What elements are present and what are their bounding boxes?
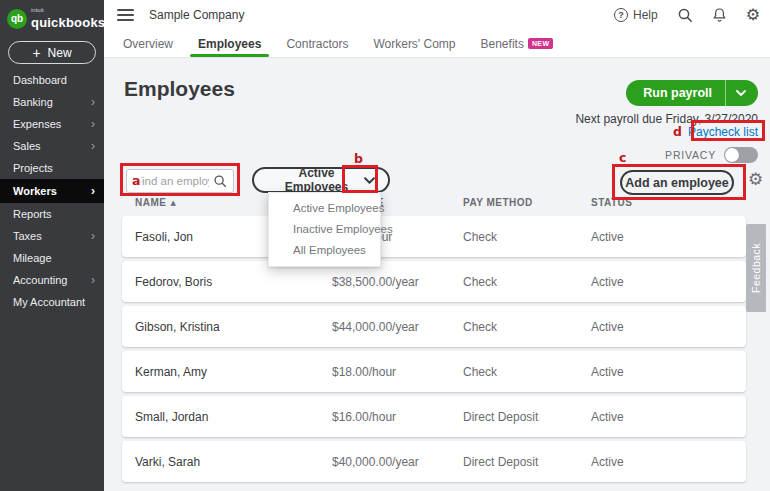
filter-option-label: Active Employees <box>293 202 384 214</box>
hamburger-menu-icon[interactable] <box>117 6 134 24</box>
employee-name: Fedorov, Boris <box>122 275 332 289</box>
annotation-letter-c: c <box>619 150 626 165</box>
search-icon[interactable] <box>677 7 693 23</box>
notifications-bell-icon[interactable] <box>712 7 727 23</box>
sidebar-item[interactable]: Sales › <box>0 135 104 157</box>
chevron-down-icon[interactable] <box>726 90 758 96</box>
chevron-right-icon: › <box>91 118 95 130</box>
employee-name: Gibson, Kristina <box>122 320 332 334</box>
quickbooks-logo-icon: qb <box>7 9 27 29</box>
main-content: Employees Run payroll Next payroll due F… <box>104 58 770 491</box>
column-header-pay-method: PAY METHOD <box>463 197 591 208</box>
privacy-toggle[interactable] <box>724 147 758 163</box>
employee-row[interactable]: Small, Jordan $16.00/hour Direct Deposit… <box>122 396 746 437</box>
sidebar-item-label: Accounting <box>13 274 67 286</box>
add-an-employee-button[interactable]: Add an employee <box>620 170 734 195</box>
filter-option[interactable]: Inactive Employees <box>269 218 380 239</box>
employee-name: Small, Jordan <box>122 410 332 424</box>
settings-gear-icon[interactable]: ⚙ <box>746 7 760 23</box>
annotation-letter-b: b <box>354 151 363 166</box>
sidebar-item[interactable]: Taxes › <box>0 225 104 247</box>
sidebar-item[interactable]: Projects › <box>0 157 104 179</box>
chevron-right-icon: › <box>91 185 95 197</box>
filter-dropdown-menu: Active Employees Inactive Employees All … <box>268 192 381 267</box>
toggle-knob <box>725 148 739 162</box>
sidebar-item[interactable]: Expenses › <box>0 113 104 135</box>
tab-label: Overview <box>123 37 173 51</box>
tab-label: Contractors <box>286 37 348 51</box>
intuit-wordmark: intuit <box>31 7 105 13</box>
quickbooks-wordmark: quickbooks <box>31 15 105 30</box>
employee-status: Active <box>591 275 746 289</box>
tab[interactable]: Contractors <box>286 30 348 57</box>
sidebar-item[interactable]: Accounting › <box>0 269 104 291</box>
sidebar-item[interactable]: Mileage › <box>0 247 104 269</box>
employee-filter-dropdown[interactable]: Active Employees <box>252 167 390 193</box>
chevron-down-icon[interactable] <box>364 177 388 184</box>
employee-pay-method: Check <box>463 365 591 379</box>
paycheck-list-link[interactable]: Paycheck list <box>688 125 758 139</box>
employee-pay-rate: $40,000.00/year <box>332 455 463 469</box>
sidebar-item-label: Reports <box>13 208 52 220</box>
annotation-letter-a: a <box>131 173 141 188</box>
employee-row[interactable]: Fasoli, Jon /hour Check Active <box>122 216 746 257</box>
employee-pay-rate: $16.00/hour <box>332 410 463 424</box>
employee-row[interactable]: Varki, Sarah $40,000.00/year Direct Depo… <box>122 441 746 482</box>
help-label: Help <box>633 8 658 22</box>
employee-status: Active <box>591 455 746 469</box>
sidebar-item-label: Expenses <box>13 118 61 130</box>
sidebar-item-label: Mileage <box>13 252 52 264</box>
page-title: Employees <box>124 77 235 101</box>
filter-option-label: All Employees <box>293 244 366 256</box>
table-settings-gear-icon[interactable]: ⚙ <box>748 171 763 188</box>
next-payroll-due-text: Next payroll due Friday, 3/27/2020 <box>575 112 758 126</box>
topbar: Sample Company ? Help ⚙ <box>104 0 770 30</box>
employee-table: Fasoli, Jon /hour Check Active Fedorov, … <box>122 216 746 486</box>
tab[interactable]: Employees <box>198 30 261 57</box>
privacy-label: PRIVACY <box>665 149 716 161</box>
sidebar-item[interactable]: Dashboard › <box>0 69 104 91</box>
sidebar-item-label: Workers <box>13 185 57 197</box>
employee-row[interactable]: Gibson, Kristina $44,000.00/year Check A… <box>122 306 746 347</box>
employee-pay-rate: $38,500.00/year <box>332 275 463 289</box>
help-button[interactable]: ? Help <box>614 8 658 22</box>
employee-pay-method: Direct Deposit <box>463 455 591 469</box>
tab[interactable]: Workers' Comp <box>373 30 455 57</box>
new-button[interactable]: + New <box>8 41 96 64</box>
sidebar-item[interactable]: Workers › <box>0 179 104 203</box>
section-tabs: Overview Employees Contractors Workers' … <box>104 30 770 58</box>
sidebar-item-label: Taxes <box>13 230 42 242</box>
column-header-status: STATUS <box>591 197 746 208</box>
employee-name: Kerman, Amy <box>122 365 332 379</box>
sidebar-item[interactable]: Banking › <box>0 91 104 113</box>
run-payroll-label: Run payroll <box>626 86 725 100</box>
employee-pay-rate: $44,000.00/year <box>332 320 463 334</box>
employee-row[interactable]: Kerman, Amy $18.00/hour Check Active <box>122 351 746 392</box>
sidebar-item[interactable]: My Accountant › <box>0 291 104 313</box>
employee-status: Active <box>591 365 746 379</box>
sidebar-item-label: Dashboard <box>13 74 67 86</box>
table-header: NAME ▲ PAY RATE PAY METHOD STATUS <box>122 197 746 208</box>
sidebar-item-label: My Accountant <box>13 296 85 308</box>
employee-status: Active <box>591 320 746 334</box>
sidebar-item-label: Projects <box>13 162 53 174</box>
plus-icon: + <box>32 46 40 60</box>
chevron-right-icon: › <box>91 96 95 108</box>
employee-status: Active <box>591 230 746 244</box>
annotation-letter-d: d <box>673 124 682 139</box>
chevron-right-icon: › <box>91 274 95 286</box>
employee-row[interactable]: Fedorov, Boris $38,500.00/year Check Act… <box>122 261 746 302</box>
sidebar-item[interactable]: Reports › <box>0 203 104 225</box>
find-employee-search-input[interactable] <box>126 169 234 193</box>
tab[interactable]: Benefits NEW <box>481 30 554 57</box>
employee-pay-rate: $18.00/hour <box>332 365 463 379</box>
sort-ascending-icon: ▲ <box>170 199 176 207</box>
tab[interactable]: Overview <box>123 30 173 57</box>
new-badge: NEW <box>528 38 554 49</box>
feedback-tab[interactable]: Feedback <box>746 224 766 312</box>
filter-option[interactable]: Active Employees <box>269 197 380 218</box>
run-payroll-button[interactable]: Run payroll <box>626 80 758 106</box>
filter-option[interactable]: All Employees <box>269 239 380 260</box>
new-button-label: New <box>48 46 72 60</box>
chevron-right-icon: › <box>91 140 95 152</box>
